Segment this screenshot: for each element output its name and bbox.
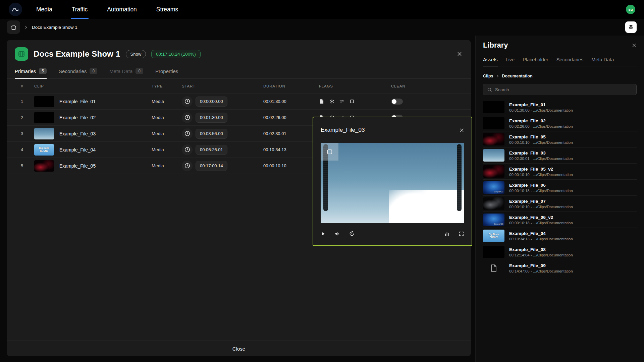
clip-duration: 00:10:34.13	[263, 147, 319, 152]
column-header-clean: CLEAN	[391, 84, 463, 88]
clip-duration: 00:01:30.00	[263, 99, 319, 104]
row-number: 5	[21, 163, 34, 168]
loop-flag-icon[interactable]	[339, 99, 345, 104]
clock-icon[interactable]	[182, 112, 193, 123]
clock-icon[interactable]	[182, 144, 193, 155]
clock-icon[interactable]	[182, 96, 193, 107]
library-tab-meta-data[interactable]: Meta Data	[591, 54, 614, 66]
asset-meta: 00:02:30:01 - .../Clips/Documentation	[509, 157, 573, 161]
nav-item-automation[interactable]: Automation	[107, 0, 137, 19]
clock-icon[interactable]	[182, 128, 193, 139]
row-number: 2	[21, 115, 34, 120]
list-item[interactable]: Example_File_0200:02:26:00 - .../Clips/D…	[483, 115, 637, 131]
clip-thumbnail	[34, 112, 54, 123]
list-item[interactable]: Example_File_0100:01:30:00 - .../Clips/D…	[483, 99, 637, 115]
fullscreen-icon[interactable]	[459, 231, 464, 237]
library-tab-live[interactable]: Live	[506, 54, 515, 66]
tab-count-badge: 5	[39, 68, 47, 74]
clean-toggle[interactable]	[391, 99, 403, 105]
search-box	[483, 84, 637, 95]
list-item[interactable]: CasparCGExample_File_06_v200:00:10:18 - …	[483, 212, 637, 228]
library-tab-assets[interactable]: Assets	[483, 54, 498, 66]
start-time[interactable]: 00:03:56.00	[196, 129, 227, 139]
safe-area-chip[interactable]	[321, 143, 338, 161]
top-nav: MediaTrafficAutomationStreams su	[0, 0, 644, 19]
library-toggle-button[interactable]	[625, 21, 637, 33]
table-row[interactable]: 1Example_File_01Media00:00:00.0000:01:30…	[7, 94, 471, 110]
start-time[interactable]: 00:00:00.00	[196, 97, 227, 107]
tab-meta-data[interactable]: Meta Data0	[109, 65, 143, 78]
list-item[interactable]: Big Buck BUNNYExample_File_0400:10:34:13…	[483, 228, 637, 244]
library-tab-placeholder[interactable]: Placeholder	[523, 54, 548, 66]
list-item[interactable]: Example_File_0800:12:14:04 - .../Clips/D…	[483, 244, 637, 260]
asset-name: Example_File_02	[509, 118, 573, 123]
tab-properties[interactable]: Properties	[155, 65, 178, 78]
close-icon[interactable]	[632, 43, 637, 48]
video-preview[interactable]	[321, 143, 464, 223]
app-logo[interactable]	[9, 3, 22, 16]
nav-item-streams[interactable]: Streams	[156, 0, 178, 19]
list-item[interactable]: Example_File_05_v200:00:10:10 - .../Clip…	[483, 164, 637, 180]
start-time[interactable]: 00:01:30.00	[196, 113, 227, 123]
volume-icon[interactable]	[334, 231, 340, 237]
preview-title: Example_File_03	[321, 127, 365, 133]
clip-thumbnail	[34, 160, 54, 172]
show-duration-badge: 00:17:10.24 (100%)	[151, 50, 201, 58]
audio-levels-icon[interactable]	[444, 231, 450, 237]
library-header: Library	[483, 36, 637, 50]
clock-icon[interactable]	[182, 161, 193, 171]
close-show-button[interactable]: Close	[7, 341, 471, 356]
nav-item-traffic[interactable]: Traffic	[72, 0, 88, 19]
tab-count-badge: 0	[90, 68, 97, 74]
list-item[interactable]: Example_File_0700:00:10:10 - .../Clips/D…	[483, 196, 637, 212]
start-time[interactable]: 00:06:26.01	[196, 145, 227, 155]
show-type-badge[interactable]: Show	[126, 50, 146, 58]
asset-meta: 00:02:26:00 - .../Clips/Documentation	[509, 124, 573, 128]
library-tab-secondaries[interactable]: Secondaries	[556, 54, 584, 66]
tab-primaries[interactable]: Primaries5	[15, 65, 47, 78]
list-item[interactable]: CasparCGExample_File_0600:00:10:18 - ...…	[483, 180, 637, 196]
clip-type: Media	[152, 131, 182, 136]
user-avatar[interactable]: su	[626, 5, 635, 14]
logo-swoosh-icon	[11, 5, 20, 14]
asset-name: Example_File_04	[509, 231, 573, 236]
list-item[interactable]: Example_File_0900:14:47:06 - .../Clips/D…	[483, 260, 637, 276]
clip-duration: 00:02:26.00	[263, 115, 319, 120]
play-button[interactable]	[321, 231, 326, 236]
clip-thumbnail: Big Buck BUNNY	[483, 230, 504, 242]
tab-label: Secondaries	[59, 68, 87, 74]
asset-name: Example_File_06_v2	[509, 215, 573, 220]
file-flag-icon[interactable]	[319, 99, 325, 104]
row-number: 1	[21, 99, 34, 104]
list-item[interactable]: Example_File_0300:02:30:01 - .../Clips/D…	[483, 147, 637, 164]
clip-thumbnail	[483, 117, 504, 129]
chevron-right-icon	[496, 74, 499, 78]
asset-meta: 00:00:10:10 - .../Clips/Documentation	[509, 140, 573, 144]
asset-name: Example_File_09	[509, 263, 573, 268]
nav-item-media[interactable]: Media	[36, 0, 52, 19]
clip-thumbnail	[483, 197, 504, 210]
asset-meta: 00:14:47:06 - .../Clips/Documentation	[509, 269, 573, 273]
loop-icon[interactable]	[349, 231, 355, 237]
frame-flag-icon[interactable]	[349, 99, 355, 104]
library-path-root[interactable]: Clips	[483, 74, 493, 78]
asset-name: Example_File_06	[509, 183, 573, 188]
close-icon[interactable]	[457, 51, 462, 57]
library-path-current: Documentation	[502, 74, 533, 78]
library-list: Example_File_0100:01:30:00 - .../Clips/D…	[483, 99, 637, 276]
tab-secondaries[interactable]: Secondaries0	[59, 65, 97, 78]
list-item[interactable]: Example_File_0500:00:10:10 - .../Clips/D…	[483, 131, 637, 147]
clip-thumbnail	[483, 133, 504, 145]
file-icon	[483, 262, 504, 275]
home-button[interactable]	[7, 20, 20, 34]
close-icon[interactable]	[459, 128, 464, 133]
search-input[interactable]	[495, 87, 633, 92]
start-time[interactable]: 00:17:00.14	[196, 161, 227, 171]
vu-meter-right	[457, 144, 462, 211]
thumbnail-label: Big Buck BUNNY	[484, 233, 503, 238]
show-panel-header: Docs Example Show 1 Show 00:17:10.24 (10…	[7, 40, 471, 62]
breadcrumb-bar: Docs Example Show 1	[0, 19, 644, 36]
cloud-graphic	[389, 190, 464, 223]
asset-meta: 00:00:10:18 - .../Clips/Documentation	[509, 189, 573, 193]
snowflake-flag-icon[interactable]	[329, 99, 335, 104]
